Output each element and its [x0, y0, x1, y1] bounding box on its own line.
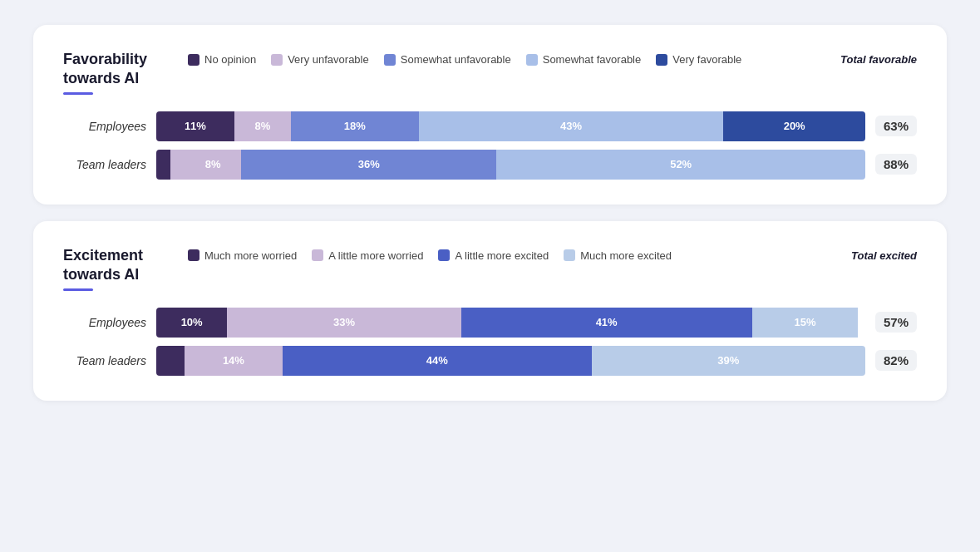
bar-segment-1-2: 44%: [283, 346, 592, 376]
table-row: Employees10%33%41%15%57%: [63, 308, 917, 338]
favorability-title: Favorabilitytowards AI: [63, 50, 171, 89]
bar-segment-1-2: 8%: [185, 150, 241, 180]
legend-label-much-excited: Much more excited: [580, 249, 672, 262]
legend-label-much-worried: Much more worried: [204, 249, 297, 262]
bar-segment-1-0: [156, 346, 185, 376]
employees-label: Employees: [63, 316, 146, 329]
total-value-0: 57%: [875, 312, 917, 333]
legend-dot-little-worried: [312, 249, 323, 261]
legend-label-little-worried: A little more worried: [328, 249, 423, 262]
bar-segment-0-4: 20%: [723, 111, 865, 141]
legend-label-little-excited: A little more excited: [455, 249, 549, 262]
legend-dot-very-fav: [656, 54, 667, 66]
favorability-title-underline: [63, 92, 93, 95]
legend-label-very-unfav: Very unfavorable: [288, 53, 369, 66]
legend-dot-somewhat-unfav: [384, 54, 396, 66]
legend-dot-much-excited: [564, 249, 575, 261]
bar-segment-0-2: 18%: [291, 111, 419, 141]
legend-dot-much-worried: [188, 249, 199, 261]
favorability-legend: No opinionVery unfavorableSomewhat unfav…: [171, 50, 834, 66]
legend-item-very-unfav: Very unfavorable: [271, 53, 369, 66]
legend-dot-no-opinion: [188, 54, 199, 66]
legend-item-little-excited: A little more excited: [438, 249, 549, 262]
team-leaders-label: Team leaders: [63, 354, 146, 367]
bar-segment-1-3: 39%: [592, 346, 865, 376]
favorability-header: Favorabilitytowards AI No opinionVery un…: [63, 50, 917, 95]
bar-segment-1-1: 14%: [185, 346, 283, 376]
bar-segment-0-3: 43%: [419, 111, 724, 141]
excitement-title-block: Excitementtowards AI: [63, 246, 171, 291]
legend-item-somewhat-fav: Somewhat favorable: [526, 53, 642, 66]
legend-item-somewhat-unfav: Somewhat unfavorable: [384, 53, 511, 66]
team-leaders-label: Team leaders: [63, 158, 146, 171]
bar-segment-0-3: 15%: [752, 308, 859, 338]
table-row: Team leaders8%36%52%88%: [63, 150, 917, 180]
bar-container-0: 10%33%41%15%: [156, 308, 865, 338]
legend-item-much-worried: Much more worried: [188, 249, 297, 262]
excitement-legend: Much more worriedA little more worriedA …: [171, 246, 834, 262]
favorability-chart-rows: Employees11%8%18%43%20%63%Team leaders8%…: [63, 111, 917, 180]
legend-dot-somewhat-fav: [526, 54, 538, 66]
excitement-title-underline: [63, 288, 93, 291]
legend-label-very-fav: Very favorable: [672, 53, 741, 66]
bar-segment-1-1: [170, 150, 185, 180]
legend-item-much-excited: Much more excited: [564, 249, 672, 262]
bar-segment-0-0: 11%: [156, 111, 234, 141]
legend-dot-very-unfav: [271, 54, 283, 66]
bar-segment-0-1: 8%: [234, 111, 291, 141]
bar-segment-1-0: [156, 150, 170, 180]
legend-item-no-opinion: No opinion: [188, 53, 256, 66]
bar-segment-0-2: 41%: [461, 308, 752, 338]
favorability-card: Favorabilitytowards AI No opinionVery un…: [33, 25, 947, 205]
legend-item-little-worried: A little more worried: [312, 249, 423, 262]
bar-container-1: 14%44%39%: [156, 346, 865, 376]
table-row: Employees11%8%18%43%20%63%: [63, 111, 917, 141]
bar-segment-0-0: 10%: [156, 308, 227, 338]
bar-container-1: 8%36%52%: [156, 150, 865, 180]
total-value-1: 82%: [875, 350, 917, 371]
legend-label-somewhat-unfav: Somewhat unfavorable: [401, 53, 511, 66]
legend-label-no-opinion: No opinion: [204, 53, 256, 66]
legend-dot-little-excited: [438, 249, 450, 261]
bar-container-0: 11%8%18%43%20%: [156, 111, 865, 141]
legend-label-somewhat-fav: Somewhat favorable: [543, 53, 642, 66]
bar-segment-0-1: 33%: [227, 308, 460, 338]
total-value-1: 88%: [875, 154, 917, 175]
excitement-chart-rows: Employees10%33%41%15%57%Team leaders14%4…: [63, 308, 917, 376]
total-value-0: 63%: [875, 116, 917, 136]
favorability-title-block: Favorabilitytowards AI: [63, 50, 171, 95]
bar-segment-1-4: 52%: [496, 150, 865, 180]
favorability-total-label: Total favorable: [834, 50, 917, 66]
employees-label: Employees: [63, 120, 146, 133]
excitement-title: Excitementtowards AI: [63, 246, 171, 285]
excitement-header: Excitementtowards AI Much more worriedA …: [63, 246, 917, 291]
table-row: Team leaders14%44%39%82%: [63, 346, 917, 376]
excitement-total-label: Total excited: [834, 246, 917, 262]
excitement-card: Excitementtowards AI Much more worriedA …: [33, 221, 947, 401]
bar-segment-1-3: 36%: [241, 150, 496, 180]
legend-item-very-fav: Very favorable: [656, 53, 741, 66]
